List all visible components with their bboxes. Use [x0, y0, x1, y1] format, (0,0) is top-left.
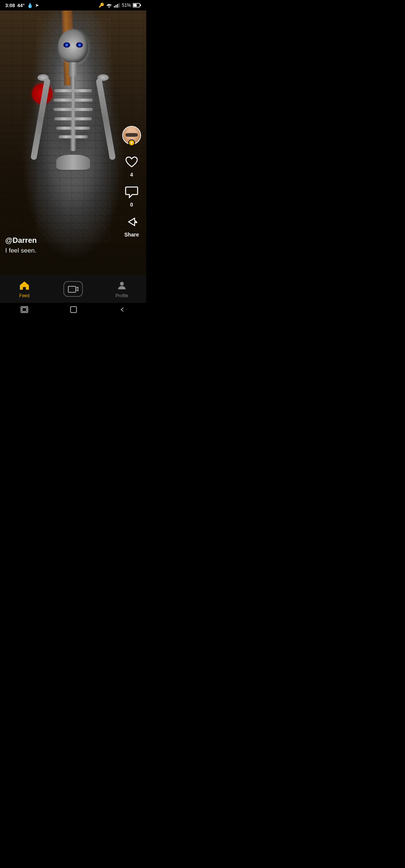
comment-icon[interactable]	[123, 184, 140, 200]
comment-button[interactable]: 0	[123, 184, 140, 208]
share-icon[interactable]	[123, 214, 140, 230]
video-overlay-text: @Darren I feel seen.	[5, 236, 37, 254]
skeleton-torso	[51, 76, 96, 151]
share-label: Share	[124, 232, 139, 238]
svg-rect-0	[114, 6, 115, 8]
battery-percent: 51%	[122, 3, 131, 8]
location-icon: ➤	[35, 3, 39, 8]
rib-3	[54, 108, 93, 111]
svg-rect-5	[134, 4, 137, 7]
time: 3:08	[5, 3, 15, 8]
person-icon[interactable]	[116, 280, 128, 292]
video-username: @Darren	[5, 236, 37, 245]
rib-2	[54, 99, 93, 102]
svg-rect-1	[116, 5, 116, 7]
follow-plus-badge[interactable]: +	[128, 139, 135, 146]
heart-icon[interactable]	[123, 154, 140, 170]
battery-icon	[133, 3, 141, 7]
key-icon: 🔑	[99, 3, 104, 8]
record-button[interactable]	[63, 281, 83, 297]
skeleton-figure	[36, 18, 111, 243]
svg-rect-7	[68, 286, 76, 292]
rib-6	[58, 135, 88, 138]
android-nav-bar	[0, 303, 146, 316]
svg-point-8	[120, 282, 124, 286]
temp: 44°	[17, 3, 25, 8]
svg-rect-3	[118, 3, 119, 7]
like-button[interactable]: 4	[123, 154, 140, 178]
like-count: 4	[130, 172, 133, 178]
profile-label: Profile	[116, 293, 128, 298]
rib-1	[54, 89, 92, 92]
svg-rect-11	[70, 307, 76, 313]
android-back-btn[interactable]	[119, 306, 126, 313]
comment-count: 0	[130, 202, 133, 208]
skeleton-eye-left	[63, 42, 70, 48]
nav-profile[interactable]: Profile	[98, 280, 146, 298]
status-right: 🔑 51%	[99, 3, 141, 8]
svg-rect-10	[22, 308, 27, 311]
camera-icon	[68, 285, 78, 293]
wifi-icon	[106, 3, 112, 8]
rib-5	[56, 127, 90, 130]
spine	[70, 76, 76, 151]
svg-rect-6	[140, 4, 141, 6]
android-home-btn[interactable]	[70, 306, 77, 313]
skeleton-neck	[69, 62, 77, 77]
status-left: 3:08 44° 💧 ➤	[5, 3, 39, 8]
water-drop-icon: 💧	[27, 3, 33, 8]
feed-label: Feed	[19, 293, 29, 298]
action-sidebar: + 4 0	[122, 126, 141, 238]
sunglasses	[126, 133, 138, 136]
share-button[interactable]: Share	[123, 214, 140, 238]
signal-icon	[114, 3, 120, 8]
status-bar: 3:08 44° 💧 ➤ 🔑 51%	[0, 0, 146, 10]
rib-4	[54, 117, 92, 120]
android-recents-btn[interactable]	[21, 306, 28, 313]
nav-record[interactable]	[49, 281, 98, 297]
home-icon[interactable]	[18, 280, 30, 292]
nav-feed[interactable]: Feed	[0, 280, 49, 298]
creator-avatar-container[interactable]: +	[122, 126, 141, 145]
skeleton-eye-right	[76, 42, 83, 48]
video-caption: I feel seen.	[5, 247, 37, 254]
svg-rect-2	[117, 4, 118, 8]
skeleton-head	[58, 29, 88, 63]
bottom-navigation: Feed Profile	[0, 275, 146, 303]
video-area[interactable]: @Darren I feel seen. + 4	[0, 10, 146, 275]
skeleton-pelvis	[56, 155, 90, 170]
